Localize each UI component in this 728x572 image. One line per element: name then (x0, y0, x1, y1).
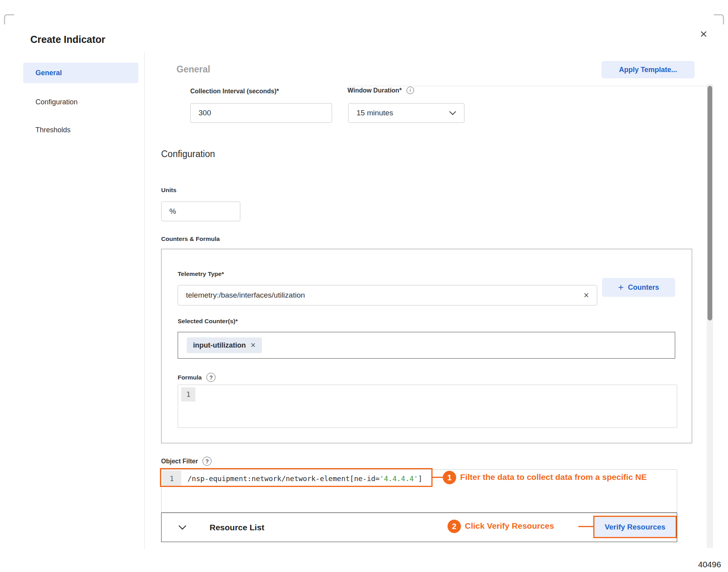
annotation-badge-1: 1 (443, 471, 456, 484)
sidebar-item-label: Configuration (35, 98, 78, 106)
content-top-divider (348, 86, 708, 86)
sidebar: General Configuration Thresholds (23, 63, 138, 140)
add-counters-label: Counters (628, 283, 659, 292)
chevron-down-icon (449, 111, 456, 115)
formula-line-number: 1 (181, 387, 195, 402)
selected-counters-label: Selected Counter(s)* (178, 318, 238, 325)
window-duration-label-row: Window Duration* i (347, 87, 414, 94)
collection-interval-value: 300 (199, 109, 211, 117)
scrollbar-track[interactable] (707, 84, 713, 548)
units-input[interactable]: % (161, 202, 240, 221)
formula-label: Formula (178, 374, 202, 381)
annotation-connector-2 (578, 526, 593, 527)
close-icon[interactable]: × (696, 26, 711, 42)
window-duration-select[interactable]: 15 minutes (348, 103, 464, 123)
collection-interval-input[interactable]: 300 (190, 103, 332, 123)
collection-interval-label: Collection Interval (seconds)* (190, 88, 279, 95)
formula-editor[interactable]: 1 (178, 385, 677, 428)
counters-formula-panel: Telemetry Type* telemetry:/base/interfac… (161, 249, 692, 443)
info-icon[interactable]: i (407, 87, 414, 94)
counters-formula-label: Counters & Formula (161, 235, 220, 242)
clear-icon[interactable]: × (584, 291, 589, 300)
apply-template-button[interactable]: Apply Template... (602, 61, 695, 78)
annotation-text-1: Filter the data to collect data from a s… (460, 472, 647, 482)
content-section-title: General (176, 64, 210, 75)
chip-remove-icon[interactable]: × (251, 341, 256, 350)
crop-corner-top-left (4, 14, 14, 24)
plus-icon: + (618, 282, 624, 293)
help-icon[interactable]: ? (206, 373, 215, 382)
dialog-title: Create Indicator (30, 34, 105, 45)
sidebar-item-configuration[interactable]: Configuration (23, 92, 138, 112)
annotation-connector-1 (433, 477, 444, 478)
selected-counters-box[interactable]: input-utilization × (178, 332, 675, 359)
annotation-highlight-box (160, 468, 433, 487)
sidebar-item-general[interactable]: General (23, 63, 138, 83)
window-duration-value: 15 minutes (357, 109, 393, 117)
counter-chip-label: input-utilization (193, 341, 246, 350)
figure-number: 40496 (698, 560, 721, 569)
object-filter-label: Object Filter (161, 458, 198, 465)
scrollbar-thumb[interactable] (708, 86, 712, 320)
add-counters-button[interactable]: + Counters (602, 278, 675, 297)
units-label: Units (161, 187, 176, 194)
crop-corner-top-right (714, 14, 724, 24)
formula-label-row: Formula ? (178, 373, 215, 382)
window-duration-label: Window Duration* (347, 87, 402, 94)
sidebar-divider (144, 52, 145, 549)
chevron-down-icon[interactable] (178, 525, 187, 530)
annotation-text-2: Click Verify Resources (465, 521, 554, 531)
units-value: % (169, 207, 176, 216)
resource-list-title: Resource List (210, 523, 264, 532)
configuration-heading: Configuration (161, 149, 215, 159)
create-indicator-dialog: { "dialog": { "title": "Create Indicator… (0, 0, 728, 572)
telemetry-type-label: Telemetry Type* (178, 270, 224, 278)
verify-resources-button[interactable]: Verify Resources (593, 516, 677, 538)
sidebar-item-thresholds[interactable]: Thresholds (23, 120, 138, 140)
counter-chip: input-utilization × (187, 337, 262, 353)
sidebar-item-label: General (35, 69, 62, 77)
telemetry-type-value: telemetry:/base/interfaces/utilization (186, 291, 305, 300)
help-icon[interactable]: ? (202, 457, 212, 466)
object-filter-label-row: Object Filter ? (161, 457, 212, 466)
sidebar-item-label: Thresholds (35, 126, 71, 134)
annotation-badge-2: 2 (448, 520, 461, 533)
telemetry-type-input[interactable]: telemetry:/base/interfaces/utilization × (178, 285, 597, 305)
